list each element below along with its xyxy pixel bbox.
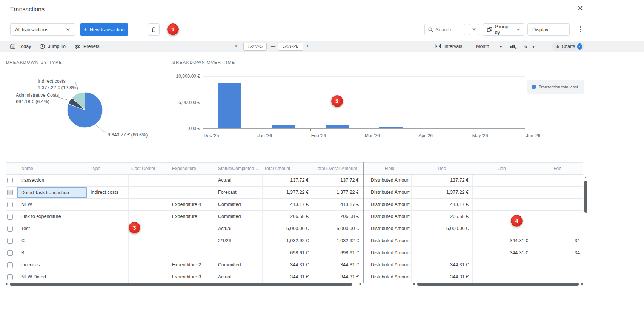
delete-button[interactable] — [148, 23, 160, 36]
header-expenditure[interactable]: Expenditure — [172, 166, 214, 171]
range-end-input[interactable] — [278, 43, 303, 51]
cell-feb[interactable] — [532, 211, 583, 223]
presets-button[interactable]: Presets — [69, 41, 105, 52]
transaction-scope-select[interactable]: All transactions — [10, 23, 75, 36]
bar-may26[interactable] — [487, 128, 510, 129]
cell-dec[interactable]: 413.17 € — [411, 199, 472, 210]
cell-dec[interactable]: 5,000.00 € — [411, 223, 472, 235]
scrollbar-thumb[interactable] — [417, 283, 579, 286]
cell-total_overall[interactable]: 698.61 € — [312, 247, 362, 259]
cell-cost_center[interactable] — [128, 211, 168, 223]
cell-name[interactable]: C — [18, 235, 87, 247]
cell-cost_center[interactable] — [128, 199, 168, 210]
cell-name[interactable]: transaction — [18, 175, 87, 186]
search-input[interactable] — [435, 27, 462, 32]
row-checkbox[interactable]: ✓ — [7, 190, 13, 195]
row-checkbox[interactable] — [7, 250, 13, 256]
search-box[interactable] — [424, 24, 465, 35]
cell-cost_center[interactable] — [128, 187, 168, 198]
row-checkbox[interactable] — [7, 274, 13, 280]
next-period-icon[interactable]: › — [306, 42, 308, 49]
cell-status[interactable]: Actual — [215, 223, 261, 235]
cell-expenditure[interactable]: Expenditure 4 — [169, 199, 214, 210]
cell-total_amount[interactable]: 137.72 € — [262, 175, 312, 186]
left-horizontal-scrollbar[interactable]: ◄ ► — [4, 281, 363, 286]
cell-field[interactable]: Distributed Amount — [368, 235, 410, 247]
jump-to-button[interactable]: Jump To — [34, 41, 71, 52]
cell-jan[interactable] — [472, 199, 531, 210]
bar-mar26[interactable] — [379, 127, 403, 128]
header-feb[interactable]: Feb — [532, 166, 583, 171]
close-icon[interactable]: × — [578, 3, 583, 14]
cell-jan[interactable] — [472, 175, 531, 186]
cell-cost_center[interactable] — [128, 259, 168, 271]
group-by-button[interactable]: Group by — [483, 23, 524, 36]
header-name[interactable]: Name — [21, 166, 85, 171]
cell-expenditure[interactable] — [169, 247, 214, 259]
cell-field[interactable]: Distributed Amount — [368, 223, 410, 235]
cell-total_amount[interactable]: 344.31 € — [262, 259, 312, 271]
header-jan[interactable]: Jan — [472, 166, 532, 171]
range-start-input[interactable] — [243, 43, 267, 51]
cell-expenditure[interactable]: Expenditure 1 — [169, 211, 214, 223]
cell-total_amount[interactable]: 698.61 € — [262, 247, 312, 259]
cell-status[interactable]: 2/1/26 — [215, 235, 261, 247]
cell-total_overall[interactable]: 413.17 € — [312, 199, 362, 210]
cell-dec[interactable]: 344.31 € — [411, 259, 472, 271]
row-checkbox[interactable] — [7, 238, 13, 244]
cell-name[interactable]: Test — [18, 223, 87, 235]
right-horizontal-scrollbar[interactable]: ◄ ► — [411, 281, 585, 286]
cell-total_overall[interactable]: 206.58 € — [312, 211, 362, 223]
cell-name[interactable]: Dated Task transaction — [17, 187, 87, 198]
cell-feb[interactable]: 34 — [532, 247, 583, 259]
cell-type[interactable]: Indirect costs — [88, 187, 128, 198]
cell-type[interactable] — [88, 235, 128, 247]
cell-cost_center[interactable] — [128, 175, 168, 186]
row-checkbox[interactable] — [7, 178, 13, 183]
header-status[interactable]: Status/Completed Da... — [218, 166, 261, 171]
table-row[interactable]: C2/1/261,032.92 €1,032.92 €Distributed A… — [6, 235, 583, 247]
cell-total_amount[interactable]: 413.17 € — [262, 199, 312, 210]
row-checkbox[interactable] — [7, 226, 13, 232]
pane-divider[interactable] — [363, 162, 364, 283]
cell-type[interactable] — [88, 223, 128, 235]
cell-total_overall[interactable]: 1,032.92 € — [312, 235, 362, 247]
bar-feb26[interactable] — [326, 125, 349, 128]
table-row[interactable]: NEWExpenditure 4Committed413.17 €413.17 … — [6, 199, 583, 211]
row-checkbox[interactable] — [7, 214, 13, 220]
cell-total_overall[interactable]: 1,377.22 € — [312, 187, 362, 198]
scroll-right-icon[interactable]: ► — [359, 282, 362, 286]
cell-type[interactable] — [88, 259, 128, 271]
cell-feb[interactable] — [532, 175, 583, 186]
cell-type[interactable] — [88, 175, 128, 186]
cell-jan[interactable] — [472, 187, 531, 198]
cell-expenditure[interactable]: Expenditure 2 — [169, 259, 214, 271]
cell-cost_center[interactable] — [128, 247, 168, 259]
cell-dec[interactable]: 1,377.22 € — [411, 187, 472, 198]
cell-jan[interactable]: 344.31 € — [472, 235, 531, 247]
scroll-up-icon[interactable]: ▲ — [584, 175, 587, 179]
filter-button[interactable] — [469, 24, 479, 35]
table-row[interactable]: Link to expenditureExpenditure 1Committe… — [6, 211, 583, 223]
interval-unit-select[interactable]: Month ▼ — [471, 41, 508, 52]
interval-count-select[interactable]: 6 ▼ — [519, 41, 541, 52]
more-options-kebab-icon[interactable] — [578, 25, 583, 34]
cell-expenditure[interactable] — [169, 223, 214, 235]
cell-total_overall[interactable]: 344.31 € — [312, 259, 362, 271]
cell-total_amount[interactable]: 1,032.92 € — [262, 235, 312, 247]
cell-feb[interactable] — [532, 199, 583, 210]
cell-name[interactable]: NEW — [18, 199, 87, 210]
vertical-scrollbar[interactable]: ▲ — [583, 175, 588, 286]
table-row[interactable]: LicencesExpenditure 2Committed344.31 €34… — [6, 259, 583, 271]
row-checkbox[interactable] — [7, 202, 13, 207]
cell-dec[interactable]: 137.72 € — [411, 175, 472, 186]
header-field[interactable]: Field — [368, 166, 411, 171]
cell-status[interactable]: Committed — [215, 199, 261, 210]
cell-feb[interactable] — [532, 223, 583, 235]
cell-type[interactable] — [88, 199, 128, 210]
cell-total_overall[interactable]: 5,000.00 € — [312, 223, 362, 235]
charts-toggle[interactable]: Charts ✓ — [552, 42, 584, 51]
display-button[interactable]: Display — [527, 23, 570, 36]
table-row[interactable]: B698.61 €698.61 €Distributed Amount344.3… — [6, 247, 583, 259]
cell-type[interactable] — [88, 247, 128, 259]
